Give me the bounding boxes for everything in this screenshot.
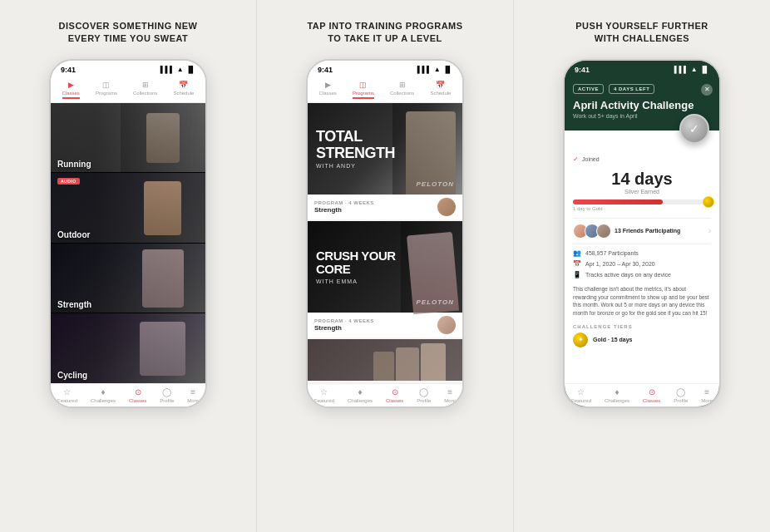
nav-programs-label: Programs <box>96 91 117 96</box>
badge-row: ACTIVE 4 DAYS LEFT <box>573 84 711 94</box>
silver-earned: Silver Earned <box>573 189 711 195</box>
bottom-nav-3: ☆ Featured ♦ Challenges ⊙ Classes ◯ Prof… <box>565 383 719 406</box>
challenge-header: ACTIVE 4 DAYS LEFT ✕ April Activity Chal… <box>565 77 719 131</box>
running-label: Running <box>51 156 98 172</box>
gold-tier: ✦ Gold · 15 days <box>573 332 711 347</box>
meta-left-2: PROGRAM · 4 WEEKS Strength <box>314 318 374 332</box>
challenge-medal: ✓ <box>679 114 709 144</box>
crush-core-text: CRUSH YOURCORE WITH EMMA <box>316 249 396 284</box>
more-label: More <box>187 398 199 403</box>
gold-tier-label: Gold · 15 days <box>593 337 632 342</box>
tab-more-1[interactable]: ≡ More <box>187 387 199 403</box>
signal-icons-1: ▌▌▌ ▲ ▐▌ <box>160 66 195 73</box>
tab-featured-2[interactable]: ☆ Featured <box>314 387 334 403</box>
app-container: DISCOVER SOMETHING NEW EVERY TIME YOU SW… <box>0 0 770 532</box>
wifi-icon-2: ▲ <box>434 66 441 73</box>
days-count: 14 days <box>573 170 711 189</box>
tab-profile-1[interactable]: ◯ Profile <box>160 387 174 403</box>
program-crush-core[interactable]: CRUSH YOURCORE WITH EMMA PELOTON PROGRAM… <box>308 221 462 337</box>
class-outdoor[interactable]: AUDIO Outdoor <box>51 173 205 243</box>
nav-schedule[interactable]: 📅 Schedule <box>173 81 194 99</box>
progress-label: 1 day to Gold <box>573 206 711 211</box>
program-preview[interactable] <box>308 339 462 381</box>
tab-challenges-1[interactable]: ♦ Challenges <box>91 387 116 403</box>
close-button[interactable]: ✕ <box>701 84 713 96</box>
class-cycling[interactable]: Cycling <box>51 313 205 383</box>
programs-icon: ◫ <box>102 81 110 89</box>
joined-text: Joined <box>582 156 600 162</box>
bottom-nav-1: ☆ Featured ♦ Challenges ⊙ Classes ◯ Prof… <box>51 383 205 406</box>
bottom-nav-2: ☆ Featured ♦ Challenges ⊙ Classes ◯ Prof… <box>308 383 462 406</box>
tab-challenges-2[interactable]: ♦ Challenges <box>348 387 373 403</box>
progress-bar <box>573 200 711 204</box>
schedule-icon: 📅 <box>179 81 188 89</box>
tracks-text: Tracks active days on any device <box>585 272 671 278</box>
tab-featured-1[interactable]: ☆ Featured <box>57 387 77 403</box>
featured-icon-3: ☆ <box>577 387 585 397</box>
signal-icon: ▌▌▌ <box>160 66 175 73</box>
friends-left: 13 Friends Participating <box>573 224 680 239</box>
tab-classes-2[interactable]: ⊙ Classes <box>386 387 403 403</box>
panel-3-title: PUSH YOURSELF FURTHER WITH CHALLENGES <box>575 20 708 46</box>
tab-classes-1[interactable]: ⊙ Classes <box>129 387 146 403</box>
tab-profile-2[interactable]: ◯ Profile <box>417 387 431 403</box>
profile-icon-3: ◯ <box>676 387 685 397</box>
nav-collections[interactable]: ⊞ Collections <box>133 81 157 99</box>
programs-list: TOTALSTRENGTH WITH ANDY PELOTON PROGRAM … <box>308 103 462 383</box>
tracks-row: 📱 Tracks active days on any device <box>573 271 711 278</box>
collections-icon: ⊞ <box>142 81 149 89</box>
classes-nav-label-3: Classes <box>643 398 660 403</box>
nav-programs[interactable]: ◫ Programs <box>96 81 117 99</box>
crush-core-meta: PROGRAM · 4 WEEKS Strength <box>308 313 462 337</box>
class-running[interactable]: Running <box>51 103 205 173</box>
more-icon: ≡ <box>190 387 195 397</box>
instructor-avatar-2 <box>437 316 456 334</box>
app-nav-2: ▶ Classes ◫ Programs ⊞ Collections 📅 Sch… <box>308 77 462 103</box>
tab-more-2[interactable]: ≡ More <box>444 387 456 403</box>
nav-programs-2[interactable]: ◫ Programs <box>353 81 374 99</box>
progress-fill <box>573 200 663 204</box>
phone-3: 9:41 ▌▌▌ ▲ ▐▌ ACTIVE 4 DAYS LEFT ✕ April… <box>563 59 721 408</box>
total-strength-text: TOTALSTRENGTH WITH ANDY <box>316 128 395 169</box>
panel-classes: DISCOVER SOMETHING NEW EVERY TIME YOU SW… <box>0 0 257 532</box>
tab-challenges-3[interactable]: ♦ Challenges <box>605 387 629 403</box>
friends-avatars <box>573 224 608 239</box>
classes-icon-2: ▶ <box>325 81 331 89</box>
status-bar-1: 9:41 ▌▌▌ ▲ ▐▌ <box>51 61 205 77</box>
medal-checkmark: ✓ <box>689 122 699 135</box>
class-strength[interactable]: Strength <box>51 244 205 313</box>
crush-core-title: CRUSH YOURCORE <box>316 249 396 277</box>
classes-nav-icon-2: ⊙ <box>392 387 398 397</box>
program-total-strength[interactable]: TOTALSTRENGTH WITH ANDY PELOTON PROGRAM … <box>308 103 462 219</box>
tab-more-3[interactable]: ≡ More <box>701 387 713 403</box>
total-strength-title: TOTALSTRENGTH <box>316 128 395 161</box>
nav-classes-2[interactable]: ▶ Classes <box>319 81 337 99</box>
collections-icon-2: ⊞ <box>399 81 406 89</box>
profile-label-2: Profile <box>417 398 431 403</box>
participants-row: 👥 458,957 Participants <box>573 249 711 257</box>
tab-featured-3[interactable]: ☆ Featured <box>571 387 591 403</box>
more-label-3: More <box>701 398 713 403</box>
panel-challenge: PUSH YOURSELF FURTHER WITH CHALLENGES 9:… <box>514 0 770 532</box>
status-bar-2: 9:41 ▌▌▌ ▲ ▐▌ <box>308 61 462 77</box>
app-nav-1: ▶ Classes ◫ Programs ⊞ Collections 📅 Sch… <box>51 77 205 103</box>
joined-checkmark: ✓ <box>573 155 579 163</box>
friends-row[interactable]: 13 Friends Participating › <box>573 218 711 244</box>
nav-schedule-2[interactable]: 📅 Schedule <box>430 81 451 99</box>
nav-classes[interactable]: ▶ Classes <box>62 81 80 99</box>
dates-text: Apr 1, 2020 – Apr 30, 2020 <box>585 261 655 267</box>
tab-classes-3[interactable]: ⊙ Classes <box>643 387 660 403</box>
participants-icon: 👥 <box>573 249 581 257</box>
nav-collections-2[interactable]: ⊞ Collections <box>390 81 414 99</box>
friends-count: 13 Friends Participating <box>615 228 680 234</box>
phone-1: 9:41 ▌▌▌ ▲ ▐▌ ▶ Classes ◫ Programs ⊞ <box>49 59 207 408</box>
tab-profile-3[interactable]: ◯ Profile <box>674 387 688 403</box>
total-strength-subtitle: WITH ANDY <box>316 163 395 169</box>
participants-text: 458,957 Participants <box>585 250 639 256</box>
nav-schedule-label: Schedule <box>173 91 194 96</box>
challenge-body: ✓ Joined 14 days Silver Earned 1 day to … <box>565 131 719 383</box>
signal-icons-3: ▌▌▌ ▲ ▐▌ <box>674 66 709 73</box>
signal-icons-2: ▌▌▌ ▲ ▐▌ <box>417 66 452 73</box>
battery-icon: ▐▌ <box>186 66 195 73</box>
nav-schedule-label-2: Schedule <box>430 91 451 96</box>
